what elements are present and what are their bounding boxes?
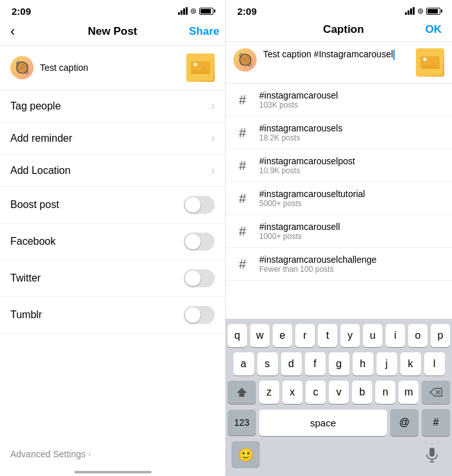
menu-item-add-reminder[interactable]: Add reminder › (0, 122, 225, 155)
toggle-knob (185, 197, 201, 213)
hashtag-item-6[interactable]: # #instagramcarouselchallenge Fewer than… (226, 248, 452, 281)
hashtag-item-2[interactable]: # #instagramcarousels 18.2K posts (226, 117, 452, 149)
post-preview: 🥘 Test caption (0, 46, 225, 90)
delete-key[interactable] (422, 381, 450, 404)
svg-point-2 (193, 62, 197, 66)
key-b[interactable]: b (352, 381, 372, 404)
key-u[interactable]: u (363, 324, 382, 347)
hashtag-info-5: #instagramcarousell 1000+ posts (259, 222, 340, 241)
key-g[interactable]: g (329, 352, 349, 376)
hash-icon-1: # (235, 93, 250, 108)
share-button[interactable]: Share (189, 25, 215, 38)
toggle-knob (185, 271, 201, 286)
chevron-icon-add-reminder: › (211, 131, 215, 145)
key-d[interactable]: d (281, 352, 302, 376)
battery-icon (199, 8, 213, 15)
key-z[interactable]: z (259, 381, 279, 404)
signal-icon-right (405, 7, 415, 15)
mic-key[interactable] (418, 441, 446, 468)
menu-item-boost-post[interactable]: Boost post (0, 187, 225, 224)
key-y[interactable]: y (340, 324, 360, 347)
post-thumbnail-right (416, 48, 444, 77)
keyboard-row-2: a s d f g h j k l (228, 352, 450, 376)
shift-icon (236, 386, 248, 398)
key-j[interactable]: j (377, 352, 397, 376)
key-s[interactable]: s (257, 352, 278, 376)
toggle-knob (185, 234, 201, 249)
keyboard-row-1: q w e r t y u i o p (228, 324, 450, 347)
key-h[interactable]: h (353, 352, 373, 376)
key-e[interactable]: e (273, 324, 292, 347)
menu-item-tag-people[interactable]: Tag people › (0, 90, 225, 122)
avatar-right: 🥘 (233, 48, 257, 71)
hashtag-item-4[interactable]: # #instagramcarouseltutorial 5000+ posts (226, 182, 452, 215)
menu-item-tumblr[interactable]: Tumblr (0, 297, 225, 334)
at-label: @ (399, 417, 409, 428)
chevron-icon-tag-people: › (211, 99, 215, 113)
hashtag-name-2: #instagramcarousels (259, 123, 342, 133)
key-t[interactable]: t (318, 324, 337, 347)
hashtag-item-5[interactable]: # #instagramcarousell 1000+ posts (226, 215, 452, 248)
ok-button[interactable]: OK (426, 23, 442, 36)
home-indicator-left (74, 471, 152, 473)
key-k[interactable]: k (400, 352, 421, 376)
numbers-key[interactable]: 123 (228, 410, 256, 435)
key-x[interactable]: x (282, 381, 302, 404)
caption-input[interactable]: Test caption #Instagramcarousel (263, 48, 409, 61)
status-bar-left: 2:09 ⊛ (0, 0, 225, 19)
at-key[interactable]: @ (390, 409, 418, 436)
hashtag-count-6: Fewer than 100 posts (259, 265, 377, 274)
key-a[interactable]: a (233, 352, 254, 376)
toggle-facebook[interactable] (184, 233, 215, 251)
caption-preview: Test caption (40, 62, 180, 73)
menu-item-tumblr-label: Tumblr (10, 309, 42, 321)
menu-item-boost-post-label: Boost post (10, 199, 59, 211)
menu-item-tag-people-label: Tag people (10, 100, 61, 112)
time-left: 2:09 (12, 6, 31, 17)
chevron-icon-add-location: › (211, 164, 215, 177)
key-i[interactable]: i (386, 324, 405, 347)
key-q[interactable]: q (228, 324, 247, 347)
hash-icon-5: # (235, 224, 250, 239)
toggle-tumblr[interactable] (184, 306, 215, 324)
hashtag-count-4: 5000+ posts (259, 199, 365, 208)
hash-key[interactable]: # (422, 409, 450, 436)
shift-key[interactable] (228, 381, 256, 404)
toggle-twitter[interactable] (184, 269, 215, 287)
space-key[interactable]: space (259, 410, 387, 436)
hashtag-item-3[interactable]: # #instagramcarouselpost 10.9K posts (226, 149, 452, 182)
emoji-key[interactable]: 🙂 (231, 441, 260, 468)
hashtag-info-6: #instagramcarouselchallenge Fewer than 1… (259, 254, 377, 274)
key-f[interactable]: f (305, 352, 326, 376)
key-p[interactable]: p (431, 324, 450, 347)
hashtag-info-3: #instagramcarouselpost 10.9K posts (259, 156, 355, 175)
hashtag-item-1[interactable]: # #instagramcarousel 103K posts (226, 84, 452, 117)
wifi-icon-right: ⊛ (417, 6, 424, 15)
thumbnail-svg-right (417, 50, 443, 75)
advanced-settings[interactable]: Advanced Settings › (0, 441, 225, 467)
back-button[interactable]: ‹ (10, 23, 36, 40)
key-w[interactable]: w (250, 324, 270, 347)
menu-item-facebook[interactable]: Facebook (0, 224, 225, 260)
toggle-boost-post[interactable] (184, 196, 215, 214)
menu-item-twitter[interactable]: Twitter (0, 260, 225, 297)
key-c[interactable]: c (306, 381, 326, 404)
right-panel: 2:09 ⊛ Caption OK 🥘 Test caption #Instag… (226, 0, 452, 476)
key-v[interactable]: v (329, 381, 349, 404)
signal-icon (178, 7, 188, 15)
delete-icon (429, 388, 442, 397)
svg-marker-6 (237, 388, 247, 397)
keyboard-row-4: 123 space @ # (228, 409, 450, 436)
caption-input-wrapper[interactable]: Test caption #Instagramcarousel (263, 48, 409, 61)
key-n[interactable]: n (375, 381, 395, 404)
caption-nav: Caption OK (226, 19, 452, 42)
key-o[interactable]: o (408, 324, 427, 347)
key-m[interactable]: m (398, 381, 418, 404)
caption-input-row: 🥘 Test caption #Instagramcarousel (226, 42, 452, 84)
menu-item-add-location[interactable]: Add Location › (0, 155, 225, 187)
hashtag-name-3: #instagramcarouselpost (259, 156, 355, 166)
key-r[interactable]: r (295, 324, 315, 347)
caption-title: Caption (262, 23, 426, 36)
hash-icon-6: # (235, 257, 250, 272)
key-l[interactable]: l (424, 352, 445, 376)
